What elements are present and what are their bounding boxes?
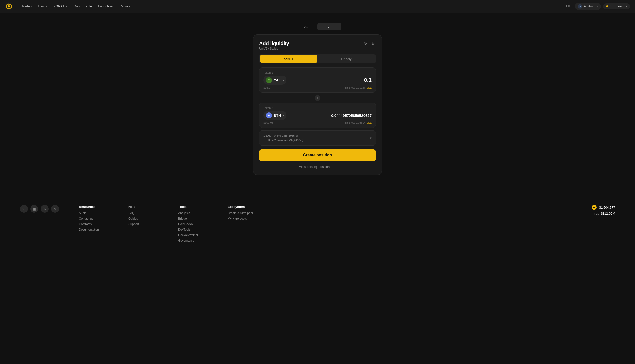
- rate-info: 1 YAK = 0.445 ETH ($965.96) 1 ETH = 2.24…: [259, 130, 376, 146]
- wallet-chevron-icon: ▾: [626, 5, 627, 8]
- footer-documentation[interactable]: Documentation: [79, 228, 109, 231]
- footer-my-nitro[interactable]: My Nitro pools: [228, 217, 257, 220]
- footer-social: ✈ ▣ 𝕏 M: [20, 205, 59, 242]
- tab-v3[interactable]: V3: [294, 23, 318, 30]
- footer-governance[interactable]: Governance: [178, 239, 208, 242]
- nav-more[interactable]: More ▾: [118, 3, 133, 10]
- tab-lp-only[interactable]: LP only: [318, 55, 375, 63]
- token1-max-button[interactable]: Max: [366, 86, 372, 89]
- plus-separator: +: [259, 95, 376, 102]
- more-chevron-icon: ▾: [129, 5, 130, 8]
- token2-label: Token 2: [263, 106, 372, 109]
- rate-chevron-icon[interactable]: ▾: [370, 136, 372, 140]
- footer-audit[interactable]: Audit: [79, 212, 109, 215]
- type-tabs: spNFT LP only: [259, 54, 376, 64]
- tab-spnft[interactable]: spNFT: [260, 55, 318, 63]
- logo-icon[interactable]: [5, 2, 13, 10]
- refresh-icon[interactable]: ↻: [363, 41, 368, 46]
- token1-selector[interactable]: Y YAK ▾: [263, 76, 287, 84]
- token1-chevron-icon: ▾: [283, 79, 284, 82]
- network-selector[interactable]: A Arbitrum ▾: [575, 3, 601, 10]
- token1-label: Token 1: [263, 71, 372, 74]
- footer-faq[interactable]: FAQ: [129, 212, 158, 215]
- arrow-right-icon: →: [333, 165, 336, 168]
- token1-amount[interactable]: 0.1: [364, 77, 372, 83]
- main-content: V3 V2 Add liquidity UniV2 / Stable ↻ ⚙ s…: [0, 13, 635, 190]
- footer-create-nitro[interactable]: Create a Nitro pool: [228, 212, 257, 215]
- footer-help: Help FAQ Guides Support: [129, 205, 158, 242]
- token1-row: Y YAK ▾ 0.1: [263, 76, 372, 84]
- card-title: Add liquidity: [259, 41, 289, 46]
- rate-values: 1 YAK = 0.445 ETH ($965.96) 1 ETH = 2.24…: [263, 134, 303, 142]
- network-chevron-icon: ▾: [596, 5, 598, 8]
- add-token-button[interactable]: +: [314, 95, 321, 102]
- footer-resources: Resources Audit Contact us Contracts Doc…: [79, 205, 109, 242]
- eth-token-icon: ◆: [266, 112, 272, 118]
- yak-token-icon: Y: [266, 77, 272, 83]
- medium-icon[interactable]: M: [51, 205, 59, 213]
- arbitrum-icon: A: [578, 4, 582, 9]
- help-title: Help: [129, 205, 158, 208]
- nav-menu: Trade ▾ Earn ▾ xGRAIL ▾ Round Table Laun…: [19, 3, 564, 10]
- nav-xgrail[interactable]: xGRAIL ▾: [51, 3, 70, 10]
- create-position-button[interactable]: Create position: [259, 149, 376, 162]
- token2-balance: Balance: 0.08594 Max: [345, 121, 372, 124]
- twitter-icon[interactable]: 𝕏: [41, 205, 49, 213]
- footer-geckoterminal[interactable]: GeckoTerminal: [178, 233, 208, 237]
- token1-balance: Balance: 0.10268 Max: [345, 86, 372, 89]
- tvl-stat: TVL $112.09M: [594, 212, 615, 216]
- wallet-button[interactable]: 0xcf...7e43 ▾: [603, 4, 630, 10]
- tab-v2[interactable]: V2: [318, 23, 341, 30]
- footer-coingecko[interactable]: CoinGecko: [178, 222, 208, 226]
- token2-row: ◆ ETH ▾ 0.044495705859520627: [263, 111, 372, 120]
- footer: ✈ ▣ 𝕏 M Resources Audit Contact us Contr…: [0, 190, 635, 252]
- settings-icon[interactable]: ⚙: [371, 41, 376, 46]
- token2-usd: $100.08: [263, 121, 273, 124]
- telegram-icon[interactable]: ✈: [20, 205, 28, 213]
- tools-title: Tools: [178, 205, 208, 208]
- token2-selector[interactable]: ◆ ETH ▾: [263, 111, 287, 120]
- rate1: 1 YAK = 0.445 ETH ($965.96): [263, 134, 303, 138]
- footer-support[interactable]: Support: [129, 222, 158, 226]
- token1-input: Token 1 Y YAK ▾ 0.1 $96.9 Balance: 0.102…: [259, 68, 376, 93]
- card-title-group: Add liquidity UniV2 / Stable: [259, 41, 289, 50]
- footer-guides[interactable]: Guides: [129, 217, 158, 220]
- discord-icon[interactable]: ▣: [30, 205, 38, 213]
- wallet-dot-icon: [606, 6, 608, 8]
- card-subtitle: UniV2 / Stable: [259, 47, 289, 50]
- card-header: Add liquidity UniV2 / Stable ↻ ⚙: [259, 41, 376, 50]
- rate2: 1 ETH = 2.2474 YAK ($2,249.53): [263, 138, 303, 142]
- footer-bridge[interactable]: Bridge: [178, 217, 208, 220]
- tvl-label: TVL: [594, 212, 599, 215]
- earn-chevron-icon: ▾: [46, 5, 47, 8]
- xgrail-chevron-icon: ▾: [66, 5, 67, 8]
- grail-coin-icon: G: [591, 205, 596, 210]
- trade-chevron-icon: ▾: [31, 5, 32, 8]
- ecosystem-title: Ecosystem: [228, 205, 257, 208]
- version-tabs: V3 V2: [294, 23, 341, 30]
- nav-trade[interactable]: Trade ▾: [19, 3, 34, 10]
- token1-symbol: YAK: [274, 78, 281, 82]
- token2-amount[interactable]: 0.044495705859520627: [331, 113, 372, 118]
- nav-launchpad[interactable]: Launchpad: [96, 3, 117, 10]
- footer-analytics[interactable]: Analytics: [178, 212, 208, 215]
- token2-symbol: ETH: [274, 113, 281, 117]
- footer-stats: G $1,504,777 TVL $112.09M: [591, 205, 615, 242]
- token2-bottom: $100.08 Balance: 0.08594 Max: [263, 121, 372, 124]
- add-liquidity-card: Add liquidity UniV2 / Stable ↻ ⚙ spNFT L…: [253, 34, 382, 175]
- view-existing-link[interactable]: View existing positions →: [259, 165, 376, 168]
- token2-input: Token 2 ◆ ETH ▾ 0.044495705859520627 $10…: [259, 103, 376, 128]
- token1-usd: $96.9: [263, 86, 270, 89]
- token1-bottom: $96.9 Balance: 0.10268 Max: [263, 86, 372, 89]
- navbar: Trade ▾ Earn ▾ xGRAIL ▾ Round Table Laun…: [0, 0, 635, 13]
- resources-title: Resources: [79, 205, 109, 208]
- footer-dextools[interactable]: DexTools: [178, 228, 208, 231]
- price-stat: G $1,504,777: [591, 205, 615, 210]
- token2-max-button[interactable]: Max: [366, 121, 372, 124]
- tvl-value: $112.09M: [601, 212, 615, 216]
- footer-contracts[interactable]: Contracts: [79, 222, 109, 226]
- nav-earn[interactable]: Earn ▾: [36, 3, 50, 10]
- nav-roundtable[interactable]: Round Table: [71, 3, 94, 10]
- nav-more-dots[interactable]: •••: [564, 3, 572, 10]
- footer-contact[interactable]: Contact us: [79, 217, 109, 220]
